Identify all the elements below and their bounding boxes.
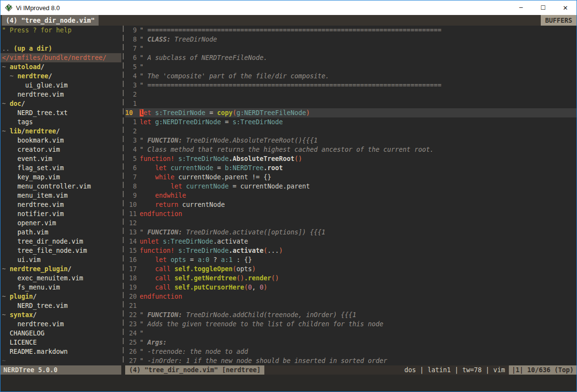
tree-item[interactable]: CHANGELOG: [0, 329, 121, 338]
tree-item[interactable]: notifier.vim: [0, 209, 121, 218]
code-line[interactable]: 7 while currentNode.parent != {}: [125, 173, 577, 182]
tree-item[interactable]: LICENCE: [0, 338, 121, 347]
code-line[interactable]: 8" CLASS: TreeDirNode: [125, 35, 577, 44]
tree-item-text: ~: [2, 311, 10, 319]
code-line[interactable]: 9" =====================================…: [125, 26, 577, 35]
tree-item[interactable]: ~ autoload/: [0, 62, 121, 72]
code-token: =: [221, 118, 232, 126]
code-line[interactable]: 22" FUNCTION: TreeDirNode.addChild(treen…: [125, 310, 577, 319]
code-token: call: [155, 284, 171, 291]
tree-item[interactable]: fs_menu.vim: [0, 283, 121, 292]
code-token: TreeDirNode.addChild(treenode, inOrder) …: [182, 311, 356, 319]
command-line[interactable]: [0, 375, 577, 392]
tabline-filler: [99, 15, 541, 26]
code-line[interactable]: 15function! s:TreeDirNode.activate(...): [125, 246, 577, 255]
code-line[interactable]: 1: [125, 99, 577, 108]
tree-item[interactable]: ~ plugin/: [0, 292, 121, 301]
code-token: [171, 275, 174, 282]
code-line[interactable]: 5": [125, 62, 577, 72]
tree-item[interactable]: tags: [0, 117, 121, 127]
close-button[interactable]: ✕: [554, 0, 577, 15]
tree-item[interactable]: ~: [0, 356, 121, 365]
code-line[interactable]: 4" The 'composite' part of the file/dir …: [125, 72, 577, 81]
code-line[interactable]: 25" Args:: [125, 338, 577, 347]
line-number: 11: [125, 209, 137, 218]
code-token: ": [140, 36, 147, 43]
code-line[interactable]: 3" FUNCTION: TreeDirNode.AbsoluteTreeRoo…: [125, 136, 577, 145]
tree-item[interactable]: README.markdown: [0, 347, 121, 356]
code-line[interactable]: 24": [125, 329, 577, 338]
tree-item[interactable]: nerdtree.vim: [0, 90, 121, 99]
code-token: [151, 109, 155, 116]
code-line[interactable]: 6" A subclass of NERDTreeFileNode.: [125, 53, 577, 62]
code-line[interactable]: 17 call self.toggleOpen(opts): [125, 264, 577, 274]
code-line[interactable]: 2: [125, 127, 577, 136]
tree-item[interactable]: ~ nerdtree/: [0, 72, 121, 81]
tree-item[interactable]: " Press ? for help: [0, 26, 121, 35]
code-line[interactable]: 12: [125, 218, 577, 228]
tree-item[interactable]: event.vim: [0, 154, 121, 163]
tree-item[interactable]: NERD_tree.txt: [0, 108, 121, 117]
tree-item-text: /: [56, 128, 60, 135]
code-line[interactable]: 19 call self.putCursorHere(0, 0): [125, 283, 577, 292]
code-line[interactable]: 27" -inOrder: 1 if the new node should b…: [125, 356, 577, 365]
code-line[interactable]: 3" =====================================…: [125, 81, 577, 90]
code-line[interactable]: 9 endwhile: [125, 191, 577, 200]
code-line[interactable]: 1let g:NERDTreeDirNode = s:TreeDirNode: [125, 117, 577, 127]
code-token: CLASS:: [147, 36, 171, 43]
tree-item[interactable]: [0, 35, 121, 44]
line-number: 7: [125, 44, 137, 53]
tree-item[interactable]: path.vim: [0, 228, 121, 237]
tree-item[interactable]: ~ doc/: [0, 99, 121, 108]
tree-item[interactable]: nerdtree.vim: [0, 319, 121, 329]
code-token: = currentNode.parent: [229, 183, 310, 190]
tree-item[interactable]: ~ syntax/: [0, 310, 121, 319]
code-line[interactable]: 2: [125, 90, 577, 99]
tree-item[interactable]: .. (up a dir): [0, 44, 121, 53]
tree-item[interactable]: ui.vim: [0, 255, 121, 264]
code-line[interactable]: 23" Adds the given treenode to the list …: [125, 319, 577, 329]
code-line[interactable]: 6 let currentNode = b:NERDTree.root: [125, 163, 577, 173]
tree-item-text: ..: [2, 45, 14, 52]
tab-tree-dir-node[interactable]: (4) "tree_dir_node.vim": [2, 15, 99, 26]
code-text: " CLASS: TreeDirNode: [140, 35, 217, 44]
tree-item[interactable]: nerdtree.vim: [0, 200, 121, 209]
tree-item[interactable]: tree_dir_node.vim: [0, 237, 121, 246]
tree-item[interactable]: NERD_tree.vim: [0, 301, 121, 310]
tree-root-path[interactable]: </vimfiles/bundle/nerdtree/: [0, 53, 121, 62]
code-line[interactable]: 10 let s:TreeDirNode = copy(g:NERDTreeFi…: [125, 108, 577, 117]
code-line[interactable]: 13" FUNCTION: TreeDirNode.activate([opti…: [125, 228, 577, 237]
code-line[interactable]: 8 let currentNode = currentNode.parent: [125, 182, 577, 191]
vertical-split-separator[interactable]: [121, 26, 125, 365]
tree-item[interactable]: ~ lib/nerdtree/: [0, 127, 121, 136]
tree-item[interactable]: tree_file_node.vim: [0, 246, 121, 255]
line-number: 14: [125, 237, 137, 246]
tree-item[interactable]: flag_set.vim: [0, 163, 121, 173]
tree-item[interactable]: key_map.vim: [0, 173, 121, 182]
code-line[interactable]: 18 call self.getNerdtree().render(): [125, 274, 577, 283]
code-line[interactable]: 14unlet s:TreeDirNode.activate: [125, 237, 577, 246]
statusline-filename: (4) "tree_dir_node.vim" [nerdtree]: [125, 365, 264, 375]
code-line[interactable]: 4" Class method that returns the highest…: [125, 145, 577, 154]
tree-item[interactable]: menu_item.vim: [0, 191, 121, 200]
code-line[interactable]: 16 let opts = a:0 ? a:1 : {}: [125, 255, 577, 264]
tree-item[interactable]: opener.vim: [0, 218, 121, 228]
code-line[interactable]: 26" -treenode: the node to add: [125, 347, 577, 356]
tree-item[interactable]: ~ nerdtree_plugin/: [0, 264, 121, 274]
code-line[interactable]: 10 return currentNode: [125, 200, 577, 209]
code-line[interactable]: 5function! s:TreeDirNode.AbsoluteTreeRoo…: [125, 154, 577, 163]
code-line[interactable]: 20endfunction: [125, 292, 577, 301]
tree-item-text: NERD_tree.vim: [2, 302, 68, 309]
code-token: " A subclass of NERDTreeFileNode.: [140, 54, 267, 61]
tree-item[interactable]: ui_glue.vim: [0, 81, 121, 90]
tree-item[interactable]: exec_menuitem.vim: [0, 274, 121, 283]
code-line[interactable]: 7": [125, 44, 577, 53]
maximize-button[interactable]: ☐: [532, 0, 554, 15]
code-line[interactable]: 21: [125, 301, 577, 310]
code-token: .activate: [213, 238, 248, 245]
code-line[interactable]: 11endfunction: [125, 209, 577, 218]
tree-item[interactable]: menu_controller.vim: [0, 182, 121, 191]
minimize-button[interactable]: ─: [510, 0, 532, 15]
tree-item[interactable]: bookmark.vim: [0, 136, 121, 145]
tree-item[interactable]: creator.vim: [0, 145, 121, 154]
